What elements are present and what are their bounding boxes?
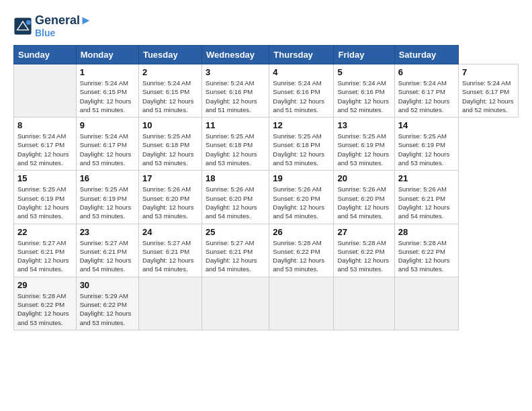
day-info: Sunrise: 5:28 AM Sunset: 6:22 PM Dayligh…: [398, 238, 455, 274]
day-number: 12: [273, 120, 330, 130]
calendar-header-row: SundayMondayTuesdayWednesdayThursdayFrid…: [14, 46, 519, 64]
sunset-text: Sunset: 6:21 PM: [206, 248, 253, 255]
day-number: 23: [80, 227, 135, 237]
sunset-text: Sunset: 6:19 PM: [80, 195, 127, 202]
day-number: 21: [398, 173, 455, 183]
weekday-header-wednesday: Wednesday: [202, 46, 269, 64]
calendar-week-row: 8 Sunrise: 5:24 AM Sunset: 6:17 PM Dayli…: [14, 118, 519, 171]
calendar-day-cell: 29 Sunrise: 5:28 AM Sunset: 6:22 PM Dayl…: [14, 277, 77, 330]
day-info: Sunrise: 5:24 AM Sunset: 6:17 PM Dayligh…: [462, 79, 515, 114]
daylight-text: Daylight: 12 hours and 51 minutes.: [80, 97, 132, 113]
sunrise-text: Sunrise: 5:26 AM: [206, 185, 254, 193]
calendar-day-cell: 14 Sunrise: 5:25 AM Sunset: 6:19 PM Dayl…: [394, 118, 458, 171]
weekday-header-thursday: Thursday: [269, 46, 334, 64]
sunrise-text: Sunrise: 5:25 AM: [398, 132, 447, 140]
sunset-text: Sunset: 6:20 PM: [206, 195, 253, 202]
sunrise-text: Sunrise: 5:28 AM: [337, 239, 386, 246]
daylight-text: Daylight: 12 hours and 53 minutes.: [17, 310, 69, 326]
sunset-text: Sunset: 6:17 PM: [462, 88, 509, 95]
day-info: Sunrise: 5:28 AM Sunset: 6:22 PM Dayligh…: [273, 238, 330, 274]
sunrise-text: Sunrise: 5:26 AM: [142, 185, 191, 193]
calendar-week-row: 1 Sunrise: 5:24 AM Sunset: 6:15 PM Dayli…: [14, 64, 519, 118]
sunset-text: Sunset: 6:18 PM: [206, 141, 253, 148]
day-info: Sunrise: 5:24 AM Sunset: 6:17 PM Dayligh…: [398, 79, 455, 114]
day-info: Sunrise: 5:25 AM Sunset: 6:18 PM Dayligh…: [142, 132, 198, 167]
calendar-day-cell: 8 Sunrise: 5:24 AM Sunset: 6:17 PM Dayli…: [14, 118, 77, 171]
day-number: 25: [206, 227, 265, 237]
calendar-day-cell: [138, 277, 202, 330]
calendar-day-cell: 12 Sunrise: 5:25 AM Sunset: 6:18 PM Dayl…: [269, 118, 334, 171]
sunset-text: Sunset: 6:20 PM: [337, 195, 384, 202]
sunset-text: Sunset: 6:22 PM: [337, 248, 384, 255]
day-info: Sunrise: 5:26 AM Sunset: 6:20 PM Dayligh…: [206, 185, 265, 220]
day-info: Sunrise: 5:24 AM Sunset: 6:15 PM Dayligh…: [142, 79, 198, 114]
calendar-day-cell: 18 Sunrise: 5:26 AM Sunset: 6:20 PM Dayl…: [202, 171, 269, 224]
sunrise-text: Sunrise: 5:26 AM: [273, 185, 321, 193]
day-info: Sunrise: 5:24 AM Sunset: 6:16 PM Dayligh…: [206, 79, 265, 114]
calendar-week-row: 22 Sunrise: 5:27 AM Sunset: 6:21 PM Dayl…: [14, 224, 519, 277]
calendar-day-cell: 6 Sunrise: 5:24 AM Sunset: 6:17 PM Dayli…: [394, 64, 458, 118]
sunrise-text: Sunrise: 5:24 AM: [273, 79, 321, 87]
daylight-text: Daylight: 12 hours and 51 minutes.: [273, 97, 324, 113]
day-info: Sunrise: 5:24 AM Sunset: 6:17 PM Dayligh…: [17, 132, 73, 167]
day-info: Sunrise: 5:25 AM Sunset: 6:19 PM Dayligh…: [80, 185, 135, 220]
sunset-text: Sunset: 6:22 PM: [80, 301, 127, 308]
day-info: Sunrise: 5:24 AM Sunset: 6:16 PM Dayligh…: [337, 79, 390, 114]
sunrise-text: Sunrise: 5:24 AM: [462, 79, 511, 87]
calendar-table: SundayMondayTuesdayWednesdayThursdayFrid…: [13, 45, 519, 330]
day-number: 7: [462, 67, 515, 77]
calendar-day-cell: 17 Sunrise: 5:26 AM Sunset: 6:20 PM Dayl…: [138, 171, 202, 224]
sunrise-text: Sunrise: 5:24 AM: [206, 79, 254, 87]
sunrise-text: Sunrise: 5:25 AM: [17, 185, 66, 193]
calendar-day-cell: 28 Sunrise: 5:28 AM Sunset: 6:22 PM Dayl…: [394, 224, 458, 277]
sunrise-text: Sunrise: 5:25 AM: [273, 132, 321, 140]
sunset-text: Sunset: 6:20 PM: [142, 195, 189, 202]
sunrise-text: Sunrise: 5:28 AM: [398, 239, 447, 246]
day-number: 17: [142, 173, 198, 183]
calendar-day-cell: 22 Sunrise: 5:27 AM Sunset: 6:21 PM Dayl…: [14, 224, 77, 277]
daylight-text: Daylight: 12 hours and 51 minutes.: [142, 97, 194, 113]
page-header: General► Blue: [13, 13, 519, 38]
day-info: Sunrise: 5:25 AM Sunset: 6:19 PM Dayligh…: [398, 132, 455, 167]
sunset-text: Sunset: 6:16 PM: [273, 88, 320, 95]
day-info: Sunrise: 5:26 AM Sunset: 6:20 PM Dayligh…: [142, 185, 198, 220]
calendar-day-cell: [394, 277, 458, 330]
calendar-day-cell: 7 Sunrise: 5:24 AM Sunset: 6:17 PM Dayli…: [458, 64, 518, 118]
calendar-day-cell: 3 Sunrise: 5:24 AM Sunset: 6:16 PM Dayli…: [202, 64, 269, 118]
calendar-day-cell: 25 Sunrise: 5:27 AM Sunset: 6:21 PM Dayl…: [202, 224, 269, 277]
day-number: 16: [80, 173, 135, 183]
calendar-day-cell: [334, 277, 394, 330]
day-info: Sunrise: 5:25 AM Sunset: 6:18 PM Dayligh…: [206, 132, 265, 167]
day-info: Sunrise: 5:26 AM Sunset: 6:20 PM Dayligh…: [273, 185, 330, 220]
day-info: Sunrise: 5:27 AM Sunset: 6:21 PM Dayligh…: [80, 238, 135, 274]
logo-text: General► Blue: [35, 13, 92, 38]
daylight-text: Daylight: 12 hours and 52 minutes.: [337, 97, 389, 113]
day-number: 27: [337, 227, 390, 237]
calendar-day-cell: 23 Sunrise: 5:27 AM Sunset: 6:21 PM Dayl…: [76, 224, 138, 277]
calendar-week-row: 29 Sunrise: 5:28 AM Sunset: 6:22 PM Dayl…: [14, 277, 519, 330]
daylight-text: Daylight: 12 hours and 53 minutes.: [273, 150, 324, 167]
sunset-text: Sunset: 6:22 PM: [273, 248, 320, 255]
day-number: 26: [273, 227, 330, 237]
calendar-day-cell: 2 Sunrise: 5:24 AM Sunset: 6:15 PM Dayli…: [138, 64, 202, 118]
sunset-text: Sunset: 6:21 PM: [398, 195, 445, 202]
daylight-text: Daylight: 12 hours and 52 minutes.: [462, 97, 514, 113]
daylight-text: Daylight: 12 hours and 51 minutes.: [206, 97, 257, 113]
day-number: 18: [206, 173, 265, 183]
daylight-text: Daylight: 12 hours and 52 minutes.: [17, 150, 69, 167]
sunset-text: Sunset: 6:19 PM: [17, 195, 64, 202]
calendar-day-cell: 11 Sunrise: 5:25 AM Sunset: 6:18 PM Dayl…: [202, 118, 269, 171]
sunrise-text: Sunrise: 5:26 AM: [398, 185, 447, 193]
weekday-header-tuesday: Tuesday: [138, 46, 202, 64]
day-info: Sunrise: 5:25 AM Sunset: 6:18 PM Dayligh…: [273, 132, 330, 167]
sunset-text: Sunset: 6:21 PM: [17, 248, 64, 255]
sunrise-text: Sunrise: 5:26 AM: [337, 185, 386, 193]
daylight-text: Daylight: 12 hours and 54 minutes.: [398, 203, 450, 220]
sunset-text: Sunset: 6:15 PM: [142, 88, 189, 95]
calendar-day-cell: 20 Sunrise: 5:26 AM Sunset: 6:20 PM Dayl…: [334, 171, 394, 224]
daylight-text: Daylight: 12 hours and 53 minutes.: [80, 310, 132, 326]
daylight-text: Daylight: 12 hours and 53 minutes.: [398, 150, 450, 167]
day-number: 5: [337, 67, 390, 77]
sunrise-text: Sunrise: 5:24 AM: [337, 79, 386, 87]
sunrise-text: Sunrise: 5:28 AM: [17, 292, 66, 300]
